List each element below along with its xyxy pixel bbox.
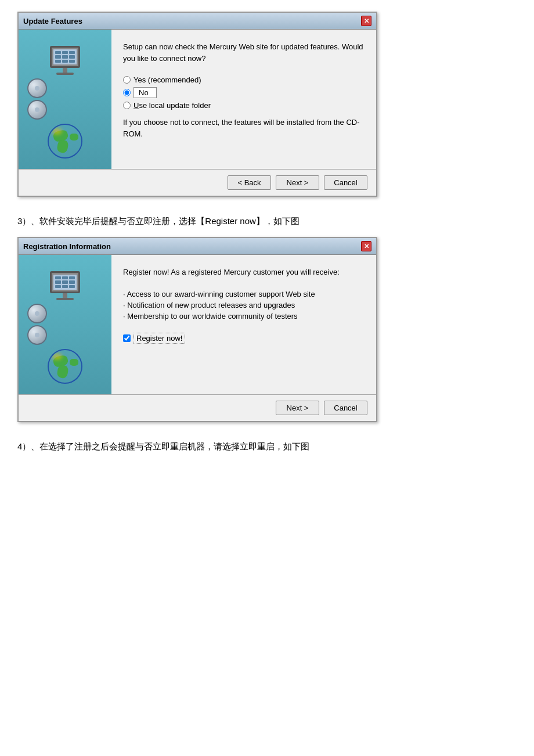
globe-land3-reg (70, 359, 78, 366)
globe-reg (48, 349, 82, 384)
benefit-1: · Access to our award-winning customer s… (123, 290, 365, 298)
screen-dot (69, 285, 75, 288)
screen-dot (62, 280, 68, 283)
screen-dot (69, 280, 75, 283)
screen-dot (62, 51, 68, 54)
update-body-text2: If you choose not to connect, the featur… (123, 117, 365, 139)
update-body-text1: Setup can now check the Mercury Web site… (123, 41, 365, 64)
radio-local: Use local update folder (123, 101, 365, 110)
screen-dot (62, 55, 68, 58)
screen-dot (55, 285, 61, 288)
dialog-body-update: Setup can now check the Mercury Web site… (19, 30, 376, 169)
next-button-registration[interactable]: Next > (276, 401, 319, 415)
illustration-update (19, 30, 111, 169)
monitor-stand-reg (63, 293, 67, 298)
benefit-2: · Notification of new product releases a… (123, 301, 365, 309)
titlebar-registration: Registration Information ✕ (19, 238, 376, 255)
screen-dot (62, 285, 68, 288)
register-now-checkbox-item: Register now! (123, 334, 365, 343)
dialog-footer-update: < Back Next > Cancel (19, 169, 376, 196)
radio-yes-label: Yes (recommended) (134, 75, 201, 84)
screen-dot (69, 276, 75, 279)
dialog-content-registration: Register now! As a registered Mercury cu… (111, 255, 376, 394)
globe-land3 (70, 134, 78, 141)
radio-yes: Yes (recommended) (123, 75, 365, 84)
monitor-base-reg (56, 298, 74, 300)
titlebar-update: Update Features ✕ (19, 13, 376, 30)
screen-dot (55, 276, 61, 279)
computer-illustration-reg (50, 271, 80, 300)
screen-dot (55, 60, 61, 63)
radio-group-update: Yes (recommended) No Use local update fo… (123, 75, 365, 110)
no-input-box: No (134, 87, 157, 98)
screen-dot (62, 60, 68, 63)
globe-illustration (48, 124, 82, 159)
close-button-update[interactable]: ✕ (361, 16, 371, 26)
section4-label: 4）、在选择了注册之后会提醒与否立即重启机器，请选择立即重启，如下图 (17, 440, 517, 453)
disc2 (27, 100, 47, 120)
screen-dot (55, 51, 61, 54)
computer-illustration (50, 46, 80, 75)
discs-illustration (27, 78, 47, 120)
illustration-registration (19, 255, 111, 394)
globe-glow-reg (52, 353, 62, 360)
close-button-registration[interactable]: ✕ (361, 241, 371, 251)
screen-dot (69, 51, 75, 54)
screen (53, 49, 77, 64)
register-now-label: Register now! (134, 334, 185, 343)
section3-label: 3）、软件安装完毕后提醒与否立即注册，选择【Register now】，如下图 (17, 214, 517, 228)
update-features-dialog: Update Features ✕ (17, 12, 377, 197)
back-button-update[interactable]: < Back (228, 175, 271, 190)
radio-yes-input[interactable] (123, 76, 131, 84)
globe-glow (52, 128, 62, 135)
next-button-update[interactable]: Next > (276, 175, 319, 190)
dialog-body-registration: Register now! As a registered Mercury cu… (19, 255, 376, 394)
screen-reg (53, 275, 77, 290)
benefits-list: · Access to our award-winning customer s… (123, 290, 365, 321)
benefit-3: · Membership to our worldwide community … (123, 312, 365, 321)
cancel-button-update[interactable]: Cancel (324, 175, 367, 190)
dialog-title-registration: Registration Information (23, 242, 111, 251)
radio-no: No (123, 87, 365, 98)
register-now-text: Register now! (134, 333, 185, 344)
screen-dot (69, 55, 75, 58)
globe-land2 (56, 139, 69, 153)
register-now-checkbox[interactable] (123, 334, 131, 342)
disc-reg1 (27, 304, 47, 323)
disc-reg2 (27, 325, 47, 345)
globe-land2-reg (56, 364, 69, 379)
discs-reg (27, 304, 47, 345)
cancel-button-registration[interactable]: Cancel (324, 401, 367, 415)
monitor (50, 46, 80, 68)
screen-dot (55, 280, 61, 283)
dialog-footer-registration: Next > Cancel (19, 394, 376, 421)
screen-dot (62, 276, 68, 279)
screen-dot (69, 60, 75, 63)
screen-dot (55, 55, 61, 58)
monitor-stand (63, 68, 67, 73)
registration-body-text1: Register now! As a registered Mercury cu… (123, 267, 365, 278)
registration-dialog: Registration Information ✕ (17, 237, 377, 422)
disc1 (27, 78, 47, 98)
radio-no-input[interactable] (123, 89, 131, 96)
monitor-reg (50, 271, 80, 293)
dialog-content-update: Setup can now check the Mercury Web site… (111, 30, 376, 169)
radio-local-label: Use local update folder (134, 101, 211, 110)
radio-local-input[interactable] (123, 102, 131, 109)
monitor-base (56, 73, 74, 75)
dialog-title-update: Update Features (23, 17, 82, 26)
